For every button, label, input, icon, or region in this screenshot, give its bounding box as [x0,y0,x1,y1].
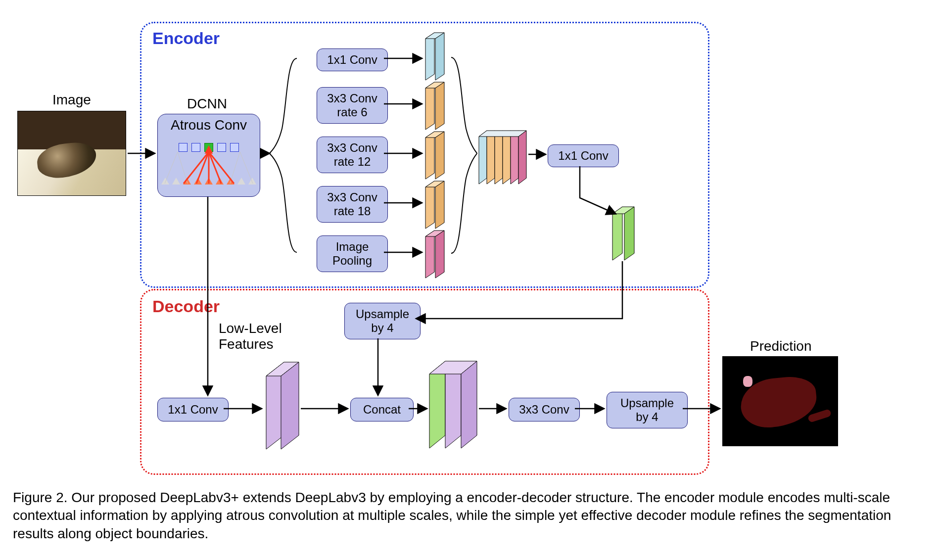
encoder-label: Encoder [152,29,220,48]
svg-line-3 [240,152,253,184]
figure-caption: Figure 2. Our proposed DeepLabv3+ extend… [13,489,923,543]
decoder-upsample-2-line2: by 4 [636,410,658,424]
prediction-label: Prediction [750,338,812,354]
aspp-image-pooling-line1: Image [336,240,369,254]
aspp-3x3-rate12-line1: 3x3 Conv [327,141,377,155]
decoder-upsample-1-line1: Upsample [356,307,409,321]
aspp-image-pooling: Image Pooling [317,235,388,272]
decoder-concat: Concat [350,398,414,421]
deeplabv3plus-diagram: Encoder Decoder Image DCNN Atrous Conv [0,0,938,560]
svg-line-5 [196,152,209,184]
aspp-3x3-rate6-line2: rate 6 [337,105,367,119]
svg-line-0 [165,152,178,184]
aspp-1x1-conv: 1x1 Conv [317,48,388,71]
dcnn-block: Atrous Conv [157,114,260,197]
decoder-3x3-conv: 3x3 Conv [509,398,580,421]
svg-line-4 [184,152,209,184]
low-level-features-label: Low-Level Features [219,321,282,352]
prediction-image [722,356,838,446]
svg-marker-9 [206,147,212,153]
aspp-3x3-rate12: 3x3 Conv rate 12 [317,137,388,173]
aspp-3x3-rate6: 3x3 Conv rate 6 [317,87,388,124]
decoder-upsample-1-line2: by 4 [371,321,393,335]
svg-line-8 [209,152,234,184]
aspp-image-pooling-line2: Pooling [332,254,372,268]
input-image [17,111,126,196]
aspp-3x3-rate18: 3x3 Conv rate 18 [317,186,388,223]
svg-line-1 [178,152,188,184]
input-image-label: Image [52,92,91,108]
aspp-3x3-rate12-line2: rate 12 [334,155,371,169]
atrous-rays-icon [158,114,260,196]
svg-line-2 [230,152,240,184]
aspp-3x3-rate18-line1: 3x3 Conv [327,190,377,204]
decoder-1x1-conv: 1x1 Conv [157,398,229,421]
svg-line-7 [209,152,221,184]
decoder-upsample-2-line1: Upsample [620,396,674,410]
dcnn-label: DCNN [187,96,227,112]
decoder-box [140,289,709,475]
aspp-3x3-rate18-line2: rate 18 [334,204,371,218]
decoder-upsample-2: Upsample by 4 [607,392,688,428]
decoder-label: Decoder [152,297,220,316]
encoder-1x1-conv: 1x1 Conv [548,144,619,167]
decoder-upsample-1: Upsample by 4 [344,303,421,339]
aspp-3x3-rate6-line1: 3x3 Conv [327,92,377,105]
